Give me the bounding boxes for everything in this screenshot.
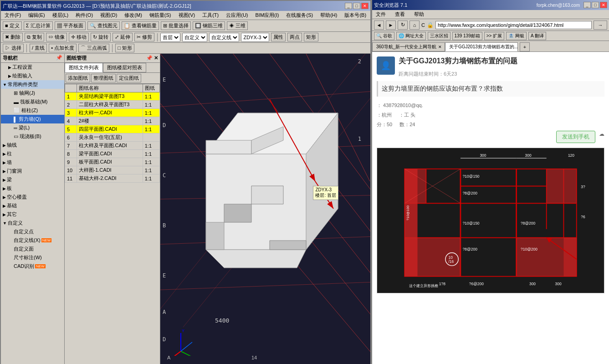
menu-version[interactable]: 版本号(B) bbox=[343, 12, 368, 19]
table-row[interactable]: 5 四层平面图.CADI 1:1 bbox=[65, 125, 160, 133]
btn-3d[interactable]: ◈ 三维 bbox=[227, 21, 248, 30]
table-row[interactable]: 11 基础大样-2.CADI 1:1 bbox=[65, 174, 160, 183]
sidebar-group-wall[interactable]: ▶ 墙 bbox=[1, 158, 64, 167]
fav-district[interactable]: 三水区招 bbox=[428, 32, 450, 40]
browser-minimize-button[interactable]: _ bbox=[583, 2, 591, 8]
btn-copy[interactable]: ⧉ 复制 bbox=[25, 33, 44, 41]
sidebar-item-cast-slab[interactable]: ▭ 现浇板(B) bbox=[1, 132, 64, 141]
menu-bim[interactable]: BIM应用(I) bbox=[254, 12, 281, 19]
browser-go-button[interactable]: → bbox=[594, 21, 607, 30]
sidebar-group-hollow[interactable]: ▶ 空心楼盖 bbox=[1, 193, 64, 201]
fav-google[interactable]: 🔍 谷歌 bbox=[374, 32, 394, 40]
browser-back-button[interactable]: ◄ bbox=[374, 21, 384, 30]
browser-home-button[interactable]: ⌂ bbox=[409, 21, 420, 30]
menu-help[interactable]: 帮助(H) bbox=[318, 12, 339, 19]
btn-sum[interactable]: Σ 汇总计算 bbox=[24, 21, 53, 30]
btn-trim[interactable]: ✂ 修剪 bbox=[134, 33, 154, 41]
table-row[interactable]: 4 2#楼 1:1 bbox=[65, 117, 160, 125]
sidebar-item-custom-face[interactable]: 自定义面 bbox=[1, 245, 64, 253]
menu-online[interactable]: 在线服务(S) bbox=[284, 12, 315, 19]
table-row[interactable]: 7 柱大样及平面图.CADI 1:1 bbox=[65, 142, 160, 150]
btn-find-element[interactable]: 🔍 查找图元 bbox=[87, 21, 120, 30]
browser-close-button[interactable]: ✕ bbox=[600, 2, 607, 8]
sidebar-item-custom-point[interactable]: 自定义点 bbox=[1, 227, 64, 236]
btn-rotate[interactable]: ↻ 旋转 bbox=[91, 33, 111, 41]
browser-forward-button[interactable]: ► bbox=[386, 21, 396, 30]
fav-netbank[interactable]: 🏦 网银 bbox=[506, 32, 527, 40]
sidebar-item-axis[interactable]: ⊞ 轴网(J) bbox=[1, 89, 64, 97]
btn-two-point[interactable]: 两点 bbox=[287, 33, 302, 41]
table-row[interactable]: 6 吴永良一住宅(五层) bbox=[65, 133, 160, 142]
table-row[interactable]: 3 柱大样一.CADI 1:1 bbox=[65, 109, 160, 117]
browser-menu-view[interactable]: 查看 bbox=[393, 11, 407, 18]
tab-360-nav[interactable]: 360导航_新一代安全上网导航 ✕ bbox=[372, 42, 445, 51]
tab-question[interactable]: 关于GGJ2013剪力墙钢筋布置的... ✕ bbox=[445, 42, 518, 51]
sidebar-pin-icon[interactable]: 📌 bbox=[56, 55, 62, 62]
menu-view[interactable]: 视图(D) bbox=[98, 12, 119, 19]
btn-delete[interactable]: ✖ 删除 bbox=[3, 33, 23, 41]
sidebar-item-drawing-input[interactable]: ▶ 绘图输入 bbox=[1, 72, 64, 80]
table-row[interactable]: 2 二层柱大样及平面图T3 1:1 bbox=[65, 101, 160, 109]
cad-minimize-button[interactable]: _ bbox=[345, 3, 352, 9]
tab-new-button[interactable]: + bbox=[520, 42, 530, 51]
btn-select[interactable]: ▷ 选择 bbox=[3, 44, 24, 52]
define-line-select[interactable]: 自定义线 bbox=[209, 33, 239, 42]
file-panel-close[interactable]: 📌 ✕ bbox=[146, 55, 158, 61]
menu-view2[interactable]: 视图(V) bbox=[177, 12, 197, 19]
sidebar-group-slab2[interactable]: ▶ 板 bbox=[1, 184, 64, 193]
cad-close-button[interactable]: ✕ bbox=[361, 3, 368, 9]
browser-maximize-button[interactable]: □ bbox=[592, 2, 599, 8]
btn-extend[interactable]: ⤢ 延伸 bbox=[113, 33, 133, 41]
tab-floor-map[interactable]: 图纸楼层对照表 bbox=[103, 63, 146, 72]
fav-139[interactable]: 139 139邮箱 bbox=[452, 32, 482, 40]
table-row[interactable]: 9 板平面图.CADI 1:1 bbox=[65, 158, 160, 166]
btn-define[interactable]: ■ 定义 bbox=[3, 21, 22, 30]
btn-three-point-arc[interactable]: ⌒ 三点画弧 bbox=[78, 44, 109, 52]
cad-maximize-button[interactable]: □ bbox=[353, 3, 360, 9]
sidebar-item-dimension[interactable]: 尺寸标注(W) bbox=[1, 253, 64, 262]
btn-organize-drawing[interactable]: 整理图纸 bbox=[91, 74, 116, 82]
browser-address-bar[interactable] bbox=[435, 21, 592, 29]
tab-file-list[interactable]: 图纸文件列表 bbox=[65, 63, 103, 72]
menu-cloud[interactable]: 云应用(U) bbox=[224, 12, 250, 19]
btn-mirror[interactable]: ⇔ 镜像 bbox=[46, 33, 67, 41]
cad-viewport[interactable]: E D C B E A D A1 2 1 bbox=[160, 54, 370, 364]
btn-align-slab[interactable]: ▦ 平齐板面 bbox=[55, 21, 86, 30]
btn-rectangle[interactable]: 矩形 bbox=[304, 33, 318, 41]
menu-floor[interactable]: 楼层(L) bbox=[51, 12, 70, 19]
zdyx-select[interactable]: ZDYX-3 bbox=[241, 33, 269, 42]
btn-point-length[interactable]: • 点加长度 bbox=[49, 44, 77, 52]
browser-refresh-button[interactable]: ↻ bbox=[398, 21, 408, 30]
sidebar-item-project-settings[interactable]: ▶ 工程设置 bbox=[1, 63, 64, 72]
table-row[interactable]: 8 梁平面图.CADI 1:1 bbox=[65, 150, 160, 158]
btn-batch-select[interactable]: ⊞ 批量选择 bbox=[161, 21, 191, 30]
btn-line[interactable]: / 直线 bbox=[30, 44, 47, 52]
btn-view-rebar[interactable]: 📋 查看钢筋量 bbox=[122, 21, 159, 30]
floor-select[interactable]: 首层 二层 bbox=[160, 33, 180, 42]
sidebar-group-axis[interactable]: ▶ 轴线 bbox=[1, 141, 64, 149]
table-row[interactable]: 10 大样图-1.CADI 1:1 bbox=[65, 166, 160, 174]
sidebar-group-beam2[interactable]: ▶ 梁 bbox=[1, 175, 64, 184]
btn-rect-draw[interactable]: □ 矩形 bbox=[115, 44, 134, 52]
sidebar-item-custom-line[interactable]: 自定义线(X) NEW bbox=[1, 236, 64, 245]
define-select[interactable]: 自定义 bbox=[182, 33, 207, 42]
btn-property[interactable]: 属性 bbox=[271, 33, 286, 41]
tab-360-close[interactable]: ✕ bbox=[438, 45, 442, 49]
btn-add-drawing[interactable]: 添加图纸 bbox=[66, 74, 90, 82]
menu-component[interactable]: 构件(O) bbox=[74, 12, 95, 19]
browser-menu-file[interactable]: 文件 bbox=[374, 11, 388, 18]
btn-locate-drawing[interactable]: 定位图纸 bbox=[117, 74, 141, 82]
menu-rebar[interactable]: 钢筋量(S) bbox=[148, 12, 173, 19]
sidebar-group-other[interactable]: ▶ 其它 bbox=[1, 210, 64, 219]
sidebar-group-custom[interactable]: ▼ 自定义 bbox=[1, 219, 64, 227]
table-row[interactable]: 1 夹层结构梁平面图T3 1:1 bbox=[65, 92, 160, 101]
fav-translate[interactable]: A 翻译 bbox=[528, 32, 546, 40]
sidebar-group-common[interactable]: ▼ 常用构件类型 bbox=[1, 80, 64, 89]
fav-expand[interactable]: >> 扩展 bbox=[484, 32, 504, 40]
menu-file[interactable]: 文件(F) bbox=[3, 12, 23, 19]
sidebar-group-foundation[interactable]: ▶ 基础 bbox=[1, 201, 64, 210]
sidebar-item-beam[interactable]: ═ 梁(L) bbox=[1, 123, 64, 132]
sidebar-item-frame-column[interactable]: ⬜ 框柱(Z) bbox=[1, 106, 64, 115]
browser-menu-help[interactable]: 帮助 bbox=[412, 11, 426, 18]
btn-move[interactable]: ✛ 移动 bbox=[69, 33, 89, 41]
